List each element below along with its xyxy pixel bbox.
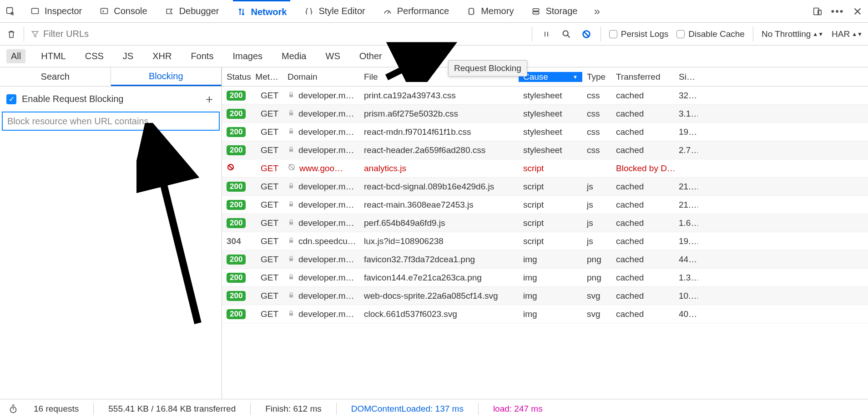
col-type[interactable]: Type [582,72,611,82]
domain: cdn.speedcu… [298,236,356,246]
throttling-select[interactable]: No Throttling ▲▼ [762,29,823,39]
cause: script [523,200,544,210]
tab-network[interactable]: Network [233,0,291,22]
tab-label: Performance [397,6,449,16]
col-domain[interactable]: Domain [283,72,359,82]
disable-cache-checkbox[interactable]: Disable Cache [676,29,745,39]
filter-urls[interactable] [30,29,212,39]
close-devtools-icon[interactable] [852,5,863,17]
responsive-design-icon[interactable] [812,5,823,17]
table-row[interactable]: 200GETdeveloper.m…prism.a6f275e5032b.css… [222,105,868,123]
filter-media[interactable]: Media [278,49,310,63]
clear-icon[interactable] [5,28,17,40]
pick-element-icon[interactable] [5,5,16,17]
tab-style-editor[interactable]: Style Editor [300,0,368,22]
col-transferred[interactable]: Transferred [611,72,674,82]
col-cause[interactable]: Cause▼ [519,72,582,82]
filter-other[interactable]: Other [356,49,386,63]
lock-icon [288,255,295,265]
table-row[interactable]: 200GETdeveloper.m…clock.661d537f6023.svg… [222,305,868,323]
table-row[interactable]: 304GETcdn.speedcu…lux.js?id=108906238scr… [222,232,868,250]
file: web-docs-sprite.22a6a085cf14.svg [364,291,498,301]
block-pattern-input[interactable] [2,112,220,131]
type: svg [587,291,601,301]
status-code: 200 [227,291,246,301]
filter-js[interactable]: JS [119,49,137,63]
filter-ws[interactable]: WS [322,49,344,63]
col-status[interactable]: Status [222,72,254,82]
tab-performance[interactable]: Performance [379,0,453,22]
domain: developer.m… [298,109,354,119]
separator [24,27,24,41]
type: png [587,255,601,265]
table-row[interactable]: 200GETdeveloper.m…perf.654b849a6fd9.jssc… [222,214,868,232]
search-tab[interactable]: Search [0,67,111,86]
svg-point-8 [563,31,568,36]
tab-inspector[interactable]: Inspector [26,0,86,22]
svg-rect-5 [533,11,539,14]
separator [250,403,251,415]
transferred: cached [616,91,644,101]
add-pattern-button[interactable]: ＋ [203,91,215,107]
tab-console[interactable]: Console [96,0,151,22]
tab-label: Style Editor [318,6,365,16]
lock-icon [288,218,295,228]
filter-input[interactable] [43,29,180,39]
cause: stylesheet [523,109,562,119]
file: lux.js?id=108906238 [364,236,444,246]
domain: developer.m… [298,218,354,228]
col-method[interactable]: Met… [254,72,283,82]
enable-blocking-row: ✓ Enable Request Blocking ＋ [0,87,222,112]
table-body: 200GETdeveloper.m…print.ca192a439743.css… [222,87,868,399]
persist-logs-checkbox[interactable]: Persist Logs [609,29,669,39]
table-row[interactable]: 200GETdeveloper.m…react-header.2a659f6ad… [222,141,868,159]
type: js [587,236,593,246]
blocking-tab[interactable]: Blocking [111,67,222,86]
table-row[interactable]: 200GETdeveloper.m…favicon32.7f3da72dcea1… [222,250,868,269]
col-size[interactable]: Si… [674,72,698,82]
enable-blocking-checkbox[interactable]: ✓ [6,94,16,104]
type: css [587,127,600,137]
filter-images[interactable]: Images [229,49,266,63]
left-tabs: Search Blocking [0,67,222,87]
transferred: cached [616,309,644,319]
size: 1.6… [679,218,698,228]
table-row[interactable]: 200GETdeveloper.m…react-main.3608eae7245… [222,196,868,214]
tab-debugger[interactable]: Debugger [161,0,223,22]
table-row[interactable]: 200GETdeveloper.m…react-bcd-signal.089b1… [222,178,868,196]
filter-css[interactable]: CSS [81,49,107,63]
method: GET [261,291,278,301]
table-row[interactable]: 200GETdeveloper.m…web-docs-sprite.22a6a0… [222,287,868,305]
stopwatch-icon[interactable] [7,403,19,415]
style-editor-icon [304,6,314,16]
filter-html[interactable]: HTML [37,49,69,63]
table-row[interactable]: 200GETdeveloper.m…favicon144.e7e21ca263c… [222,269,868,287]
filter-all[interactable]: All [6,49,25,63]
tab-label: Storage [545,6,577,16]
filter-fonts[interactable]: Fonts [187,49,217,63]
search-icon[interactable] [560,28,572,40]
type: css [587,109,600,119]
method: GET [261,163,278,173]
disable-cache-label: Disable Cache [688,29,745,39]
block-icon[interactable] [580,28,592,40]
transferred: cached [616,255,644,265]
har-select[interactable]: HAR ▲▼ [832,29,863,39]
method: GET [261,255,278,265]
kebab-menu-icon[interactable]: ••• [832,5,843,17]
size: 19.… [679,236,698,246]
separator [336,403,337,415]
table-row[interactable]: GETwww.goo…analytics.jsscriptBlocked by … [222,159,868,178]
lock-icon [288,309,295,319]
tab-memory[interactable]: Memory [463,0,517,22]
status-code: 200 [227,182,246,192]
transferred: cached [616,127,644,137]
filter-xhr[interactable]: XHR [149,49,175,63]
type: js [587,200,593,210]
file: analytics.js [364,163,406,173]
tab-storage[interactable]: Storage [527,0,581,22]
more-tabs-icon[interactable]: » [591,5,603,17]
pause-icon[interactable] [540,28,552,40]
table-row[interactable]: 200GETdeveloper.m…print.ca192a439743.css… [222,87,868,105]
table-row[interactable]: 200GETdeveloper.m…react-mdn.f97014f61f1b… [222,123,868,141]
